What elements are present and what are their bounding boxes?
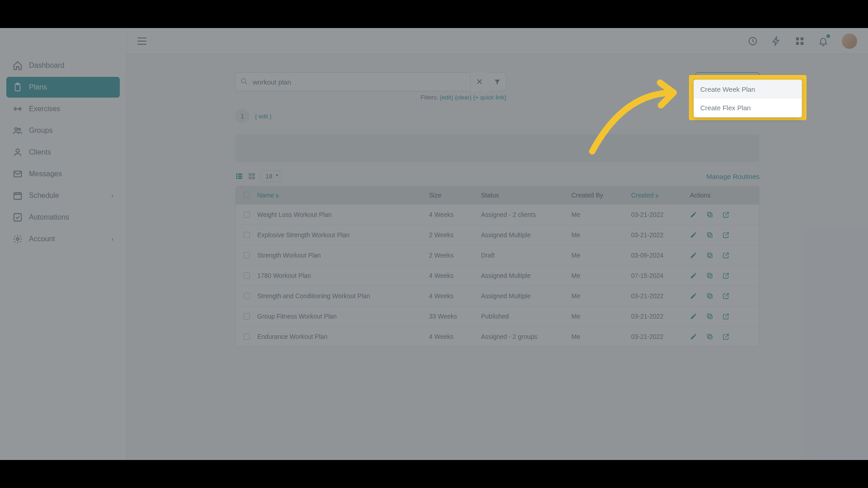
copy-icon[interactable] (706, 313, 713, 320)
open-external-icon[interactable] (722, 211, 730, 218)
topbar (127, 28, 868, 54)
row-checkbox[interactable] (244, 333, 250, 340)
open-external-icon[interactable] (722, 252, 730, 259)
plan-name[interactable]: Explosive Strength Workout Plan (257, 231, 349, 239)
filters-clear-link[interactable]: {clear} (455, 94, 472, 101)
open-external-icon[interactable] (722, 231, 730, 239)
copy-icon[interactable] (706, 211, 713, 218)
filter-chip[interactable]: 1 (235, 109, 250, 123)
plan-createdby: Me (571, 313, 631, 320)
svg-rect-26 (708, 212, 711, 216)
sidebar-item-schedule[interactable]: Schedule› (6, 185, 120, 206)
open-external-icon[interactable] (722, 272, 730, 279)
open-external-icon[interactable] (722, 292, 730, 300)
menu-toggle-icon[interactable] (137, 38, 146, 45)
plan-name[interactable]: Endurance Workout Plan (257, 333, 327, 340)
bolt-icon[interactable] (771, 36, 781, 46)
edit-icon[interactable] (690, 231, 697, 239)
apps-grid-icon[interactable] (795, 36, 805, 46)
plan-createdby: Me (571, 252, 631, 259)
sidebar-item-plans[interactable]: Plans (6, 77, 120, 98)
row-checkbox[interactable] (244, 272, 250, 279)
search-icon (241, 78, 248, 85)
clear-search-button[interactable]: ✕ (470, 72, 488, 91)
edit-icon[interactable] (690, 333, 697, 340)
copy-icon[interactable] (706, 272, 713, 279)
page-size-select[interactable]: 18 (260, 170, 280, 182)
create-plan-dropdown: Create Week Plan Create Flex Plan (693, 80, 802, 117)
sidebar-item-exercises[interactable]: Exercises (6, 99, 120, 119)
row-checkbox[interactable] (244, 313, 250, 319)
plan-size: 4 Weeks (429, 211, 481, 218)
sidebar-item-groups[interactable]: Groups (6, 120, 120, 141)
svg-rect-34 (708, 294, 711, 297)
filters-quicklink[interactable]: {+ quick link} (473, 94, 506, 101)
plan-name[interactable]: Group Fitness Workout Plan (257, 313, 337, 320)
col-name-sort[interactable]: Name⇅ (257, 192, 279, 199)
sidebar-item-dashboard[interactable]: Dashboard (6, 55, 120, 76)
table-header: Name⇅ Size Status Created By Created⇅ Ac… (236, 186, 759, 204)
edit-icon[interactable] (690, 292, 697, 300)
plan-status: Assigned Multiple (481, 231, 571, 239)
svg-rect-24 (252, 177, 255, 179)
sidebar-item-label: Automations (29, 213, 69, 221)
copy-icon[interactable] (706, 292, 713, 300)
sidebar-item-label: Dashboard (29, 61, 64, 70)
sidebar-item-messages[interactable]: Messages (6, 164, 120, 184)
svg-rect-20 (238, 178, 242, 179)
plan-name[interactable]: Strength and Conditioning Workout Plan (257, 292, 370, 300)
filter-button[interactable] (488, 72, 506, 91)
manage-routines-link[interactable]: Manage Routines (706, 173, 760, 180)
plan-name[interactable]: Strength Workout Plan (257, 252, 321, 259)
plan-created: 03-21-2022 (631, 333, 690, 340)
users-icon (13, 126, 23, 136)
sidebar-item-label: Clients (29, 148, 51, 156)
bell-icon[interactable] (818, 36, 828, 46)
filter-chip-edit[interactable]: { edit } (255, 113, 272, 120)
plan-status: Draft (481, 252, 571, 259)
edit-icon[interactable] (690, 252, 697, 259)
open-external-icon[interactable] (722, 313, 730, 320)
sidebar-item-label: Exercises (29, 105, 60, 113)
svg-point-8 (16, 238, 19, 240)
select-all-checkbox[interactable] (244, 192, 250, 198)
row-checkbox[interactable] (244, 252, 250, 258)
sidebar-item-automations[interactable]: Automations (6, 207, 120, 228)
copy-icon[interactable] (706, 333, 713, 340)
col-created-sort[interactable]: Created⇅ (631, 192, 659, 199)
col-status-label: Status (481, 192, 571, 199)
row-checkbox[interactable] (244, 211, 250, 218)
svg-rect-10 (796, 37, 799, 40)
open-external-icon[interactable] (722, 333, 730, 340)
edit-icon[interactable] (690, 313, 697, 320)
plan-createdby: Me (571, 292, 631, 300)
filters-label: Filters: (420, 94, 438, 101)
grid-view-icon[interactable] (248, 172, 256, 180)
calendar-icon (13, 191, 23, 201)
plan-name[interactable]: 1780 Workout Plan (257, 272, 311, 279)
plan-name[interactable]: Weight Loss Workout Plan (257, 211, 331, 218)
filters-edit-link[interactable]: {edit} (440, 94, 453, 101)
sidebar-item-clients[interactable]: Clients (6, 142, 120, 163)
create-week-plan-item[interactable]: Create Week Plan (694, 80, 802, 99)
edit-icon[interactable] (690, 211, 697, 218)
row-checkbox[interactable] (244, 293, 250, 299)
svg-rect-21 (249, 173, 251, 176)
create-flex-plan-item[interactable]: Create Flex Plan (694, 99, 802, 117)
table-row: Group Fitness Workout Plan33 WeeksPublis… (236, 306, 759, 326)
list-view-icon[interactable] (235, 172, 243, 180)
svg-rect-36 (708, 314, 711, 318)
mail-icon (13, 169, 23, 179)
sidebar: DashboardPlansExercisesGroupsClientsMess… (0, 28, 127, 460)
edit-icon[interactable] (690, 272, 697, 279)
copy-icon[interactable] (706, 231, 713, 239)
clipboard-icon (13, 82, 23, 92)
svg-rect-38 (708, 334, 711, 338)
copy-icon[interactable] (706, 252, 713, 259)
sidebar-item-account[interactable]: Account› (6, 229, 120, 249)
sidebar-item-label: Plans (29, 83, 47, 91)
avatar[interactable] (842, 33, 857, 49)
row-checkbox[interactable] (244, 232, 250, 238)
clock-icon[interactable] (748, 36, 758, 46)
search-input[interactable] (235, 72, 488, 91)
